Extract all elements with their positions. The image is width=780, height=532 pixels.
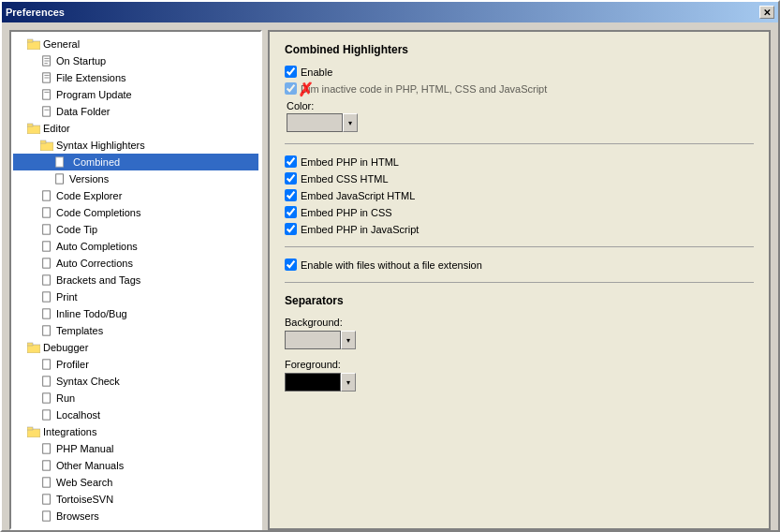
- svg-rect-32: [43, 393, 51, 403]
- tree-item-php-manual[interactable]: PHP Manual: [13, 440, 258, 457]
- tree-label-run: Run: [56, 392, 75, 404]
- tree-label-syntax-check: Syntax Check: [56, 376, 120, 387]
- tree-item-integrations[interactable]: Integrations: [13, 423, 258, 440]
- embed-js-html-label[interactable]: Embed JavaScript HTML: [301, 190, 415, 201]
- svg-rect-39: [43, 495, 51, 504]
- background-swatch[interactable]: [285, 331, 341, 349]
- tree-item-data-folder[interactable]: Data Folder: [13, 103, 258, 120]
- tree-item-syntax-highlighters[interactable]: Syntax Highlighters: [13, 137, 258, 154]
- svg-rect-9: [43, 90, 51, 99]
- tree-label-auto-completions: Auto Completions: [56, 241, 138, 252]
- close-button[interactable]: ✕: [759, 6, 774, 19]
- tree-item-combined[interactable]: Combined: [13, 154, 258, 170]
- tree-item-general[interactable]: General: [13, 36, 258, 52]
- tree-item-auto-completions[interactable]: Auto Completions: [13, 238, 258, 255]
- embed-php-css-label[interactable]: Embed PHP in CSS: [301, 207, 392, 218]
- enable-no-ext-checkbox[interactable]: [285, 259, 297, 271]
- tree-label-code-completions: Code Completions: [56, 207, 141, 218]
- doc-icon-inline-todo: [39, 306, 54, 321]
- doc-icon-auto-corrections: [39, 256, 54, 271]
- background-color-dropdown[interactable]: ▾: [285, 331, 754, 349]
- tree-item-other-manuals[interactable]: Other Manuals: [13, 457, 258, 474]
- tree-item-file-extensions[interactable]: File Extensions: [13, 69, 258, 86]
- embed-php-js-checkbox[interactable]: [285, 223, 297, 235]
- tree-item-auto-corrections[interactable]: Auto Corrections: [13, 255, 258, 272]
- enable-label[interactable]: Enable: [301, 66, 332, 78]
- color-dropdown-arrow[interactable]: ▾: [343, 113, 358, 132]
- tree-item-profiler[interactable]: Profiler: [13, 356, 258, 373]
- tree-item-browsers[interactable]: Browsers: [13, 508, 258, 525]
- enable-no-ext-row: Enable with files without a file extensi…: [285, 259, 754, 271]
- foreground-row: Foreground: ▾: [285, 359, 754, 392]
- svg-rect-16: [40, 140, 46, 143]
- dim-inactive-checkbox[interactable]: [285, 82, 297, 95]
- tree-item-tortoisesvn[interactable]: TortoiseSVN: [13, 491, 258, 508]
- color-dropdown[interactable]: ▾: [287, 113, 754, 132]
- embed-php-html-label[interactable]: Embed PHP in HTML: [301, 156, 399, 168]
- tree-label-print: Print: [56, 291, 78, 303]
- svg-rect-11: [43, 107, 51, 116]
- tree-item-code-tip[interactable]: Code Tip: [13, 221, 258, 238]
- doc-icon-profiler: [39, 357, 54, 372]
- doc-icon-on-startup: [39, 53, 54, 68]
- svg-rect-25: [43, 292, 51, 302]
- tree-item-localhost[interactable]: Localhost: [13, 406, 258, 423]
- tree-item-syntax-check[interactable]: Syntax Check: [13, 373, 258, 390]
- doc-icon-other-manuals: [39, 458, 54, 473]
- tree-item-code-explorer[interactable]: Code Explorer: [13, 187, 258, 204]
- separators-section: Separators Background: ▾ Foreground: ▾: [285, 294, 754, 392]
- color-swatch-background[interactable]: [287, 113, 343, 132]
- enable-checkbox[interactable]: [285, 66, 297, 78]
- svg-rect-24: [43, 275, 51, 285]
- tree-item-inline-todo[interactable]: Inline Todo/Bug: [13, 305, 258, 322]
- svg-rect-22: [43, 242, 51, 251]
- tree-item-editor[interactable]: Editor: [13, 120, 258, 137]
- tree-item-code-completions[interactable]: Code Completions: [13, 204, 258, 221]
- doc-icon-combined: [52, 155, 67, 170]
- tree-item-print[interactable]: Print: [13, 288, 258, 305]
- main-area: General On Startup File Extensions: [9, 30, 771, 530]
- doc-icon-code-completions: [39, 205, 54, 220]
- foreground-dropdown-arrow[interactable]: ▾: [341, 373, 356, 392]
- svg-rect-18: [56, 174, 64, 184]
- background-row: Background: ▾: [285, 317, 754, 349]
- doc-icon-browsers: [39, 509, 54, 524]
- embed-js-html-row: Embed JavaScript HTML: [285, 189, 754, 201]
- doc-icon-file-ext: [39, 70, 54, 85]
- embed-php-js-row: Embed PHP in JavaScript: [285, 223, 754, 235]
- tree-label-data-folder: Data Folder: [56, 106, 110, 117]
- tree-item-templates[interactable]: Templates: [13, 322, 258, 339]
- tree-item-on-startup[interactable]: On Startup: [13, 52, 258, 69]
- embed-css-html-checkbox[interactable]: [285, 172, 297, 185]
- tree-item-debugger[interactable]: Debugger: [13, 339, 258, 356]
- tree-item-brackets-tags[interactable]: Brackets and Tags: [13, 272, 258, 288]
- dim-inactive-row: Dim inactive code in PHP, HTML, CSS and …: [285, 82, 754, 95]
- embed-js-html-checkbox[interactable]: [285, 189, 297, 201]
- tree-item-web-search[interactable]: Web Search: [13, 474, 258, 491]
- foreground-swatch[interactable]: [285, 373, 341, 392]
- tree-item-versions[interactable]: Versions: [13, 170, 258, 187]
- embed-php-css-checkbox[interactable]: [285, 206, 297, 218]
- folder-icon-editor: [26, 121, 41, 136]
- tree-panel[interactable]: General On Startup File Extensions: [9, 30, 262, 530]
- embed-css-html-label[interactable]: Embed CSS HTML: [301, 173, 389, 185]
- enable-no-ext-label[interactable]: Enable with files without a file extensi…: [301, 259, 482, 271]
- embed-checkboxes: Embed PHP in HTML Embed CSS HTML Embed J…: [285, 155, 754, 235]
- doc-icon-versions: [52, 171, 67, 186]
- dim-inactive-label[interactable]: Dim inactive code in PHP, HTML, CSS and …: [301, 83, 547, 95]
- tree-label-inline-todo: Inline Todo/Bug: [56, 308, 127, 319]
- svg-rect-33: [43, 410, 51, 420]
- embed-php-js-label[interactable]: Embed PHP in JavaScript: [301, 224, 419, 235]
- svg-rect-31: [43, 377, 51, 386]
- tree-label-tortoisesvn: TortoiseSVN: [56, 494, 113, 505]
- svg-rect-20: [43, 208, 51, 217]
- background-dropdown-arrow[interactable]: ▾: [341, 331, 356, 349]
- title-bar: Preferences ✕: [2, 2, 778, 22]
- svg-rect-36: [43, 444, 51, 453]
- svg-rect-30: [43, 360, 51, 369]
- tree-item-program-update[interactable]: Program Update: [13, 86, 258, 103]
- tree-item-run[interactable]: Run: [13, 390, 258, 406]
- foreground-color-dropdown[interactable]: ▾: [285, 373, 754, 392]
- tree-label-debugger: Debugger: [43, 342, 88, 353]
- embed-php-html-checkbox[interactable]: [285, 155, 297, 168]
